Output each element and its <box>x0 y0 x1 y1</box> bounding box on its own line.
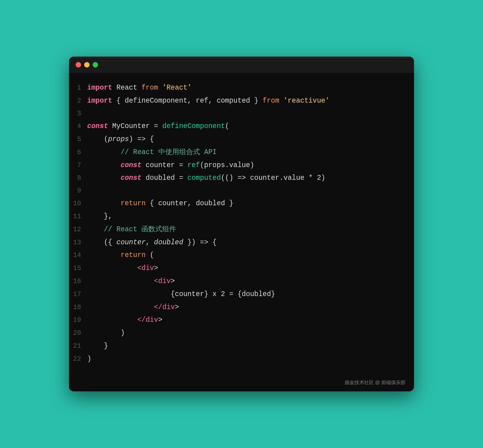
token-comment: // React 中使用组合式 API <box>120 148 216 156</box>
line-content: const MyCounter = defineComponent( <box>87 121 229 132</box>
code-line: 5 (props) => { <box>69 133 414 146</box>
code-line: 3 <box>69 107 414 120</box>
line-number: 13 <box>69 237 87 248</box>
minimize-dot[interactable] <box>84 62 90 68</box>
line-number: 18 <box>69 302 87 313</box>
token-plain <box>87 161 120 169</box>
line-number: 22 <box>69 354 87 364</box>
line-number: 7 <box>69 160 87 171</box>
line-content: </div> <box>87 302 179 313</box>
token-plain <box>87 277 154 285</box>
token-plain <box>87 148 120 156</box>
token-plain: counter = <box>141 161 187 169</box>
token-tag: </div <box>154 303 175 311</box>
line-content: return ( <box>87 250 154 261</box>
token-plain: > <box>154 264 158 272</box>
code-window: 1import React from 'React'2import { defi… <box>69 57 414 391</box>
line-content: <div> <box>87 263 158 274</box>
token-kw-return: return <box>120 251 146 259</box>
token-plain <box>87 174 120 182</box>
line-number: 20 <box>69 328 87 338</box>
token-plain: { counter, doubled } <box>146 199 233 207</box>
code-line: 1import React from 'React' <box>69 81 414 94</box>
token-plain: {counter} x 2 = {doubled} <box>87 290 275 298</box>
code-line: 12 // React 函数式组件 <box>69 223 414 236</box>
token-string: 'React' <box>162 84 192 92</box>
token-plain <box>87 251 120 259</box>
line-number: 1 <box>69 83 87 93</box>
token-italic: props <box>108 135 129 143</box>
code-line: 15 <div> <box>69 262 414 275</box>
code-line: 17 {counter} x 2 = {doubled} <box>69 288 414 301</box>
line-number: 10 <box>69 198 87 209</box>
token-kw-import: import <box>87 97 112 105</box>
line-number: 11 <box>69 211 87 222</box>
code-editor: 1import React from 'React'2import { defi… <box>69 73 414 376</box>
token-plain: (props.value) <box>200 161 254 169</box>
maximize-dot[interactable] <box>93 62 98 68</box>
code-line: 20 ) <box>69 327 414 340</box>
line-number: 15 <box>69 263 87 274</box>
token-tag: </div <box>137 316 158 324</box>
line-number: 5 <box>69 134 87 145</box>
line-content: </div> <box>87 315 162 326</box>
close-dot[interactable] <box>76 62 81 68</box>
token-italic: counter <box>117 239 146 246</box>
token-plain: ( <box>225 122 229 130</box>
line-number: 4 <box>69 121 87 132</box>
token-kw-import: import <box>87 84 112 92</box>
token-plain: > <box>171 277 175 285</box>
token-kw-const: const <box>120 174 141 182</box>
token-fn-name: defineComponent <box>162 122 225 130</box>
line-content: const counter = ref(props.value) <box>87 160 254 171</box>
code-line: 13 ({ counter, doubled }) => { <box>69 236 414 249</box>
token-plain: ) <box>87 329 125 337</box>
token-plain <box>87 199 120 207</box>
code-line: 16 <div> <box>69 275 414 288</box>
line-content: const doubled = computed(() => counter.v… <box>87 173 325 184</box>
token-plain <box>87 264 137 272</box>
code-line: 9 <box>69 185 414 197</box>
token-plain: } <box>87 342 108 350</box>
token-plain <box>87 303 154 311</box>
line-number: 21 <box>69 341 87 351</box>
code-line: 4const MyCounter = defineComponent( <box>69 120 414 133</box>
code-line: 19 </div> <box>69 314 414 327</box>
code-line: 14 return ( <box>69 249 414 262</box>
line-content: ) <box>87 354 91 365</box>
token-kw-from: from <box>263 97 279 105</box>
token-plain: }) => { <box>183 239 216 246</box>
token-plain: }, <box>87 212 112 220</box>
token-plain: > <box>175 303 179 311</box>
token-plain <box>87 226 104 233</box>
code-line: 6 // React 中使用组合式 API <box>69 146 414 159</box>
line-content: return { counter, doubled } <box>87 198 233 209</box>
line-content: (props) => { <box>87 134 154 145</box>
token-tag: <div <box>154 277 171 285</box>
line-content: ({ counter, doubled }) => { <box>87 237 217 248</box>
token-plain <box>279 97 284 105</box>
line-content: }, <box>87 211 112 222</box>
watermark: 掘金技术社区 @ 前端俱乐部 <box>69 377 414 391</box>
token-kw-const: const <box>87 122 108 130</box>
line-number: 3 <box>69 108 87 119</box>
window-titlebar <box>69 57 414 73</box>
code-line: 18 </div> <box>69 301 414 314</box>
line-number: 19 <box>69 315 87 325</box>
code-line: 2import { defineComponent, ref, computed… <box>69 94 414 107</box>
token-plain: React <box>112 84 142 92</box>
token-plain: MyCounter = <box>108 122 162 130</box>
line-number: 17 <box>69 289 87 300</box>
line-content: <div> <box>87 276 175 287</box>
line-content: import React from 'React' <box>87 82 192 94</box>
token-string: 'reactivue' <box>284 97 330 105</box>
token-plain: ) => { <box>129 135 154 143</box>
token-plain <box>87 316 137 324</box>
code-line: 8 const doubled = computed(() => counter… <box>69 172 414 185</box>
token-plain: > <box>158 316 163 324</box>
token-plain: ({ <box>87 239 117 246</box>
token-plain: ( <box>87 135 108 143</box>
token-plain: , <box>146 239 154 246</box>
line-number: 9 <box>69 186 87 196</box>
code-line: 7 const counter = ref(props.value) <box>69 159 414 172</box>
